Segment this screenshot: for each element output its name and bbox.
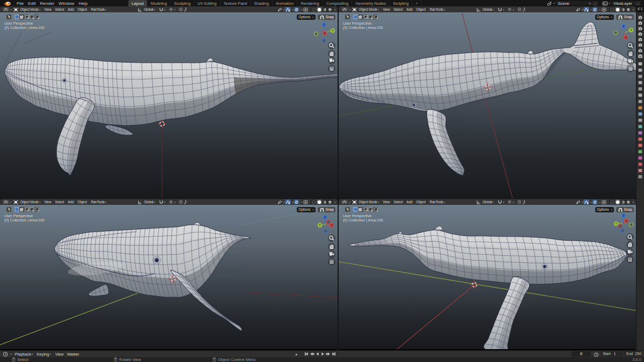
svg-text:Z: Z <box>323 23 325 26</box>
svg-text:Y: Y <box>332 29 334 32</box>
svg-text:Z: Z <box>623 214 625 217</box>
svg-text:Z: Z <box>623 25 625 28</box>
svg-text:Y: Y <box>615 222 617 225</box>
svg-text:X: X <box>324 32 326 35</box>
svg-text:X: X <box>331 224 333 227</box>
svg-text:Z: Z <box>324 216 326 219</box>
svg-text:Y: Y <box>630 28 632 32</box>
svg-text:X: X <box>625 36 627 39</box>
svg-text:Y: Y <box>319 224 321 227</box>
svg-text:X: X <box>625 219 627 223</box>
